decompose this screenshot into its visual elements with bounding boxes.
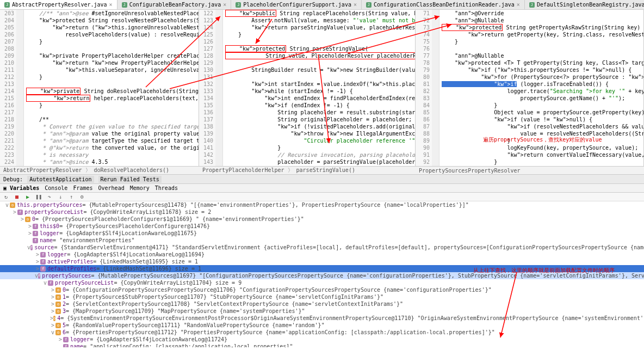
- tab-label: AbstractPropertyResolver.java: [12, 2, 107, 8]
- var-name: name: [40, 237, 53, 243]
- close-icon[interactable]: ×: [223, 2, 226, 8]
- restart-icon[interactable]: ↻: [2, 193, 10, 201]
- var-value: = {SystemEnvironmentPropertySourceEnviro…: [60, 315, 644, 321]
- var-name: propertySources: [42, 273, 91, 279]
- var-value: = {LinkedHashSet@11695} size = 1: [93, 259, 198, 265]
- run-config[interactable]: AutotestApplication: [27, 176, 94, 183]
- tree-twistie-icon[interactable]: [58, 343, 63, 347]
- rerun-failed[interactable]: Rerun Failed Tests: [98, 176, 162, 183]
- debug-tab-overhead[interactable]: Overhead: [98, 185, 125, 191]
- step-over-icon[interactable]: ↷: [46, 193, 53, 201]
- variable-row[interactable]: >o0 = {ConfigurationPropertySourcesPrope…: [0, 286, 644, 293]
- var-kind-icon: f: [33, 238, 38, 243]
- variable-row[interactable]: vothis.propertySources = {MutablePropert…: [0, 201, 644, 208]
- debug-tab-frames[interactable]: Frames: [73, 185, 92, 191]
- tree-twistie-icon[interactable]: >: [20, 216, 25, 222]
- var-name: defaultProfiles: [47, 266, 96, 272]
- tree-twistie-icon[interactable]: [27, 237, 33, 243]
- annotation-cn-2: 从上往下查找，这里的顺序就是前面加载配置文件时的顺序: [473, 267, 615, 274]
- settings-icon[interactable]: ⚙: [78, 193, 86, 201]
- var-kind-icon: o: [10, 202, 15, 208]
- file-tab[interactable]: JDefaultSingletonBeanRegistry.java×: [525, 0, 644, 9]
- variable-row[interactable]: vo6 = {PropertiesPropertySource@11712} "…: [0, 329, 644, 336]
- tree-twistie-icon[interactable]: >: [27, 223, 33, 229]
- tree-twistie-icon[interactable]: v: [50, 329, 55, 335]
- debug-tab-memory[interactable]: Memory: [130, 185, 150, 191]
- breadcrumb-3[interactable]: PropertySourcesPropertyResolver: [416, 166, 644, 174]
- variable-row[interactable]: vfsource = {StandardServletEnvironment@4…: [0, 244, 644, 251]
- gutter-3: 71 72 73 74 75 76 77 78 79 80 81 82 83 8…: [416, 10, 432, 166]
- variable-row[interactable]: >o3 = {MapPropertySource@11709} "MapProp…: [0, 308, 644, 315]
- var-kind-icon: o: [55, 323, 61, 328]
- var-name: name: [70, 343, 83, 347]
- breadcrumb-2[interactable]: PropertyPlaceholderHelper 〉 parseStringV…: [199, 166, 416, 174]
- code-1[interactable]: //** "ann">@see #setIgnoreUnresolvableNe…: [24, 10, 199, 166]
- debug-tab-variables[interactable]: ▣ Variables: [3, 185, 39, 191]
- variable-row[interactable]: >fthis$0 = {PropertySourcesPlaceholderCo…: [0, 223, 644, 230]
- debug-header: Debug: AutotestApplication Rerun Failed …: [0, 174, 644, 184]
- var-value: = {CopyOnWriteArrayList@11704} size = 9: [114, 280, 242, 286]
- variable-row[interactable]: fname = "environmentProperties": [0, 237, 644, 244]
- var-name: activeProfiles: [47, 259, 93, 265]
- var-value: = {LogAdapter$Slf4jLocationAwareLog@1172…: [90, 336, 227, 342]
- stop-icon[interactable]: ■: [13, 193, 21, 201]
- editor-1: 203 204 205 206 207 208 209 210 211 212 …: [0, 10, 199, 166]
- debug-tab-console[interactable]: Console: [45, 185, 67, 191]
- tree-twistie-icon[interactable]: >: [58, 336, 63, 342]
- tree-twistie-icon[interactable]: >: [12, 209, 17, 215]
- breadcrumb-1[interactable]: AbstractPropertyResolver 〉 doResolvePlac…: [0, 166, 199, 174]
- file-tab[interactable]: JConfigurationClassBeanDefinitionReader.…: [362, 0, 525, 9]
- close-icon[interactable]: ×: [109, 2, 113, 8]
- tree-twistie-icon[interactable]: >: [50, 294, 55, 300]
- variable-row[interactable]: >factiveProfiles = {LinkedHashSet@11695}…: [0, 258, 644, 265]
- pause-icon[interactable]: ❚❚: [35, 193, 42, 201]
- variable-row[interactable]: fname = "applicationConfig: [classpath:/…: [0, 343, 644, 347]
- tree-twistie-icon[interactable]: >: [50, 308, 55, 314]
- gutter-2: 122 123 124 125 126 127 128 129 130 131 …: [199, 10, 215, 166]
- var-kind-icon: f: [30, 245, 33, 250]
- variable-row[interactable]: >flogger = {LogAdapter$Slf4jLocationAwar…: [0, 251, 644, 258]
- var-kind-icon: f: [40, 259, 46, 265]
- tree-twistie-icon[interactable]: >: [35, 251, 40, 257]
- tab-label: PlaceholderConfigurerSupport.java: [243, 2, 351, 8]
- code-2[interactable]: "kw">public String replacePlaceholders(S…: [223, 10, 415, 166]
- variable-row[interactable]: >o1 = {PropertySource$StubPropertySource…: [0, 293, 644, 300]
- var-kind-icon: f: [17, 210, 23, 215]
- variable-row[interactable]: >o2 = {ServletContextPropertySource@1170…: [0, 300, 644, 308]
- tree-twistie-icon[interactable]: v: [42, 280, 48, 286]
- variable-row[interactable]: >o4 = {SystemEnvironmentPropertySourceEn…: [0, 315, 644, 322]
- step-into-icon[interactable]: ↓: [57, 193, 64, 201]
- file-tab[interactable]: JAbstractPropertyResolver.java×: [0, 0, 117, 9]
- variable-row[interactable]: >o0 = {PropertySourcesPlaceholderConfigu…: [0, 216, 644, 223]
- editor-tabs: JAbstractPropertyResolver.java×JConfigur…: [0, 0, 644, 10]
- java-file-icon: J: [4, 2, 10, 8]
- step-out-icon[interactable]: ↑: [67, 193, 75, 201]
- tree-twistie-icon[interactable]: >: [50, 287, 55, 293]
- var-kind-icon: f: [38, 273, 40, 279]
- tab-label: ConfigurableBeanFactory.java: [129, 2, 221, 8]
- tree-twistie-icon[interactable]: v: [4, 202, 10, 208]
- close-icon[interactable]: ×: [517, 2, 520, 8]
- close-icon[interactable]: ×: [354, 2, 357, 8]
- variable-row[interactable]: >o5 = {RandomValuePropertySource@11711} …: [0, 322, 644, 329]
- var-kind-icon: f: [63, 344, 69, 348]
- variables-tree[interactable]: vothis.propertySources = {MutablePropert…: [0, 201, 644, 347]
- tree-twistie-icon[interactable]: >: [35, 259, 40, 265]
- tree-twistie-icon[interactable]: >: [50, 322, 55, 328]
- var-name: logger: [70, 336, 90, 342]
- tree-twistie-icon[interactable]: >: [35, 266, 40, 272]
- tree-twistie-icon[interactable]: >: [50, 301, 55, 307]
- resume-icon[interactable]: ▶: [24, 193, 32, 201]
- code-3[interactable]: "ann">@Override "ann">@Nullable "kw">pro…: [439, 10, 643, 166]
- java-file-icon: J: [122, 2, 127, 8]
- var-kind-icon: o: [53, 316, 55, 321]
- debug-tab-threads[interactable]: Threads: [155, 185, 178, 191]
- variable-row[interactable]: >fpropertySourceList = {CopyOnWriteArray…: [0, 208, 644, 216]
- file-tab[interactable]: JConfigurableBeanFactory.java×: [117, 0, 232, 9]
- file-tab[interactable]: JPlaceholderConfigurerSupport.java×: [231, 0, 362, 9]
- variable-row[interactable]: vfpropertySourceList = {CopyOnWriteArray…: [0, 279, 644, 286]
- var-name: source: [34, 244, 54, 250]
- variable-row[interactable]: >flogger = {LogAdapter$Slf4jLocationAwar…: [0, 230, 644, 237]
- variable-row[interactable]: >flogger = {LogAdapter$Slf4jLocationAwar…: [0, 336, 644, 343]
- tree-twistie-icon[interactable]: >: [27, 230, 33, 236]
